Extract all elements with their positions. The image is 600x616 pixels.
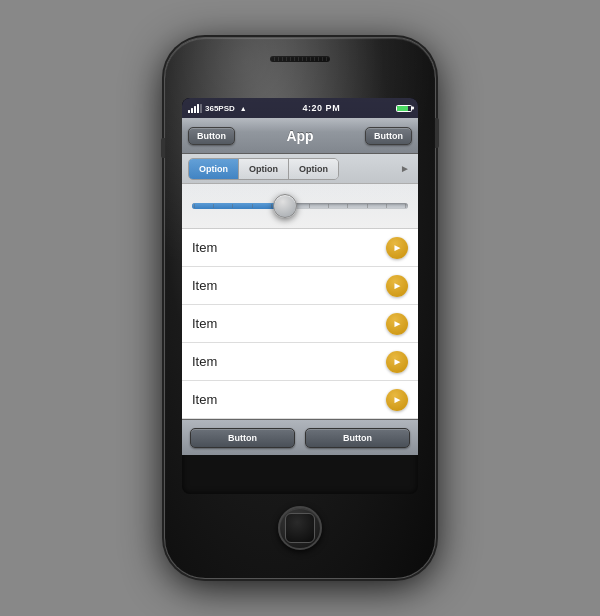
chevron-right-icon: ► — [393, 319, 403, 329]
list-item[interactable]: Item ► — [182, 305, 418, 343]
list-item[interactable]: Item ► — [182, 229, 418, 267]
status-left: 365PSD ▲ — [188, 104, 247, 113]
home-button-inner — [285, 513, 315, 543]
tick — [367, 204, 368, 208]
nav-title: App — [286, 128, 313, 144]
segmented-control: Option Option Option — [188, 158, 339, 180]
volume-button — [161, 138, 165, 158]
segment-bar: Option Option Option ► — [182, 154, 418, 184]
tick — [213, 204, 214, 208]
speaker — [270, 56, 330, 62]
signal-bars — [188, 104, 202, 113]
tick — [405, 204, 406, 208]
list-item[interactable]: Item ► — [182, 343, 418, 381]
tick — [386, 204, 387, 208]
screen: 365PSD ▲ 4:20 PM Button App Button Optio… — [182, 98, 418, 494]
bar2 — [191, 108, 193, 113]
chevron-right-icon: ► — [393, 281, 403, 291]
navigation-bar: Button App Button — [182, 118, 418, 154]
segment-item-2[interactable]: Option — [289, 159, 338, 179]
list-item-label: Item — [192, 354, 217, 369]
list-item-label: Item — [192, 240, 217, 255]
power-button — [435, 118, 439, 148]
list-container: Item ► Item ► Item ► Item ► — [182, 229, 418, 419]
chevron-button-1[interactable]: ► — [386, 275, 408, 297]
chevron-button-3[interactable]: ► — [386, 351, 408, 373]
tick — [271, 204, 272, 208]
chevron-right-icon: ► — [393, 357, 403, 367]
tick — [194, 204, 195, 208]
home-button[interactable] — [278, 506, 322, 550]
tick — [347, 204, 348, 208]
toolbar-button-left[interactable]: Button — [190, 428, 295, 448]
segment-next-icon[interactable]: ► — [400, 163, 412, 174]
slider-area — [182, 184, 418, 229]
nav-right-button[interactable]: Button — [365, 127, 412, 145]
phone-device: 365PSD ▲ 4:20 PM Button App Button Optio… — [165, 38, 435, 578]
chevron-button-0[interactable]: ► — [386, 237, 408, 259]
tick — [309, 204, 310, 208]
segment-item-0[interactable]: Option — [189, 159, 239, 179]
segment-item-1[interactable]: Option — [239, 159, 289, 179]
nav-left-button[interactable]: Button — [188, 127, 235, 145]
chevron-button-2[interactable]: ► — [386, 313, 408, 335]
tick — [232, 204, 233, 208]
chevron-right-icon: ► — [393, 395, 403, 405]
bar3 — [194, 106, 196, 113]
slider-ticks — [192, 204, 408, 208]
toolbar-button-right[interactable]: Button — [305, 428, 410, 448]
list-item-label: Item — [192, 278, 217, 293]
tick — [252, 204, 253, 208]
status-right — [396, 105, 412, 112]
status-bar: 365PSD ▲ 4:20 PM — [182, 98, 418, 118]
chevron-right-icon: ► — [393, 243, 403, 253]
battery-icon — [396, 105, 412, 112]
carrier-label: 365PSD — [205, 104, 235, 113]
list-item[interactable]: Item ► — [182, 381, 418, 419]
battery-fill — [397, 106, 408, 111]
slider-thumb[interactable] — [273, 194, 297, 218]
list-item-label: Item — [192, 392, 217, 407]
bar1 — [188, 110, 190, 113]
slider-track — [192, 196, 408, 216]
chevron-button-4[interactable]: ► — [386, 389, 408, 411]
list-item[interactable]: Item ► — [182, 267, 418, 305]
bar4 — [197, 104, 199, 113]
bar5 — [200, 104, 202, 113]
tick — [328, 204, 329, 208]
status-time: 4:20 PM — [303, 103, 341, 113]
slider-background — [192, 203, 408, 209]
bottom-toolbar: Button Button — [182, 419, 418, 455]
wifi-icon: ▲ — [240, 105, 247, 112]
list-item-label: Item — [192, 316, 217, 331]
